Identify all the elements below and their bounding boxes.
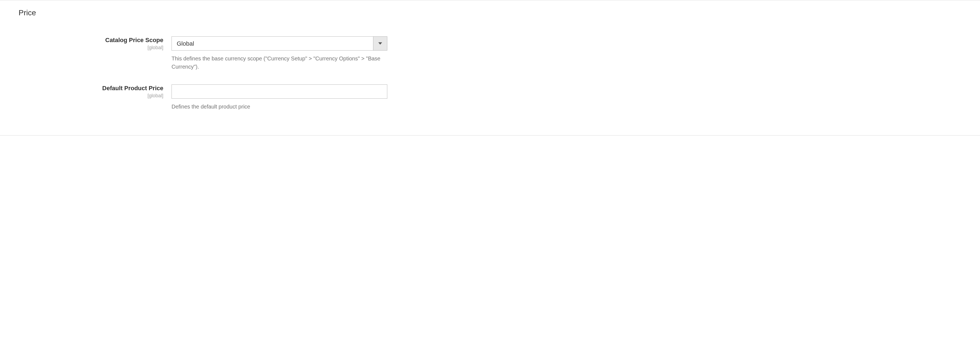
default-product-price-scope: [global] (19, 93, 163, 99)
catalog-price-scope-label: Catalog Price Scope (19, 36, 163, 44)
label-column: Default Product Price [global] (19, 85, 172, 99)
catalog-price-scope-row: Catalog Price Scope [global] Global This… (0, 36, 980, 71)
price-section: Price Catalog Price Scope [global] Globa… (0, 0, 980, 136)
label-column: Catalog Price Scope [global] (19, 36, 172, 51)
select-wrapper: Global (172, 36, 387, 51)
catalog-price-scope-select[interactable]: Global (172, 36, 387, 51)
input-column: Defines the default product price (172, 85, 387, 111)
default-product-price-label: Default Product Price (19, 85, 163, 93)
default-product-price-comment: Defines the default product price (172, 102, 387, 111)
catalog-price-scope-scope: [global] (19, 45, 163, 51)
input-column: Global This defines the base currency sc… (172, 36, 387, 71)
catalog-price-scope-comment: This defines the base currency scope ("C… (172, 54, 387, 71)
default-product-price-input[interactable] (172, 85, 387, 99)
default-product-price-row: Default Product Price [global] Defines t… (0, 85, 980, 111)
section-title: Price (0, 8, 980, 17)
